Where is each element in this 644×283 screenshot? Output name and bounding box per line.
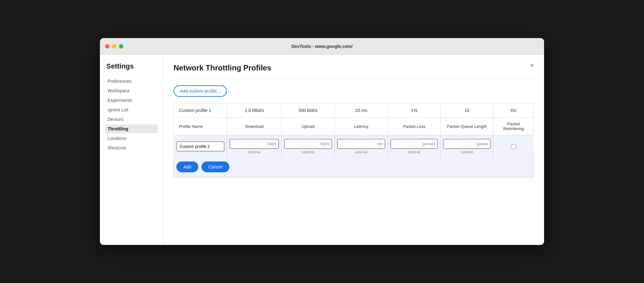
new-profile-input-row: kbit/s optional kbit/s o bbox=[174, 135, 534, 158]
sidebar-item-preferences[interactable]: Preferences bbox=[105, 77, 158, 86]
new-profile-packet-loss-cell: percent optional bbox=[388, 135, 440, 158]
close-traffic-light[interactable] bbox=[105, 44, 109, 49]
profile-upload-cell: 500 kbit/s bbox=[282, 103, 335, 118]
window-content: Settings Preferences Workspace Experimen… bbox=[100, 55, 544, 245]
actions-container: Add Cancel bbox=[176, 161, 531, 172]
profile-packet-reorder-cell: On bbox=[493, 103, 534, 118]
profiles-table: Custom profile 1 1.0 Mbit/s 500 kbit/s 1… bbox=[174, 103, 534, 178]
table-header-row: Profile Name Download Upload Latency Pac… bbox=[174, 118, 534, 135]
packet-loss-input[interactable] bbox=[391, 139, 438, 149]
sidebar-item-shortcuts[interactable]: Shortcuts bbox=[105, 143, 158, 152]
new-profile-upload-cell: kbit/s optional bbox=[282, 135, 335, 158]
download-field-group: kbit/s optional bbox=[230, 139, 279, 154]
main-content: × Network Throttling Profiles Add custom… bbox=[163, 55, 544, 245]
latency-input-wrap: ms bbox=[337, 139, 385, 149]
new-profile-latency-cell: ms optional bbox=[334, 135, 388, 158]
header-latency: Latency bbox=[334, 118, 388, 135]
devtools-window: DevTools - www.google.com/ Settings Pref… bbox=[100, 38, 544, 245]
packet-queue-field-group: packet optional bbox=[443, 139, 490, 154]
profile-name-cell: Custom profile 1 bbox=[174, 103, 227, 118]
upload-hint: optional bbox=[302, 150, 314, 154]
header-download: Download bbox=[227, 118, 282, 135]
sidebar-item-throttling[interactable]: Throttling bbox=[105, 124, 158, 133]
new-profile-download-cell: kbit/s optional bbox=[227, 135, 282, 158]
window-title: DevTools - www.google.com/ bbox=[292, 44, 353, 49]
new-profile-name-cell bbox=[174, 135, 227, 158]
packet-reorder-checkbox-wrap bbox=[496, 144, 531, 149]
download-input[interactable] bbox=[230, 139, 279, 149]
packet-loss-field-group: percent optional bbox=[391, 139, 438, 154]
sidebar-item-devices[interactable]: Devices bbox=[105, 115, 158, 124]
header-profile-name: Profile Name bbox=[174, 118, 227, 135]
latency-field-group: ms optional bbox=[337, 139, 385, 154]
add-custom-profile-button[interactable]: Add custom profile... bbox=[174, 85, 227, 97]
actions-cell: Add Cancel bbox=[174, 158, 534, 178]
packet-queue-input-wrap: packet bbox=[443, 139, 490, 149]
maximize-traffic-light[interactable] bbox=[119, 44, 123, 49]
existing-profile-row: Custom profile 1 1.0 Mbit/s 500 kbit/s 1… bbox=[174, 103, 534, 118]
header-packet-reorder: Packet Reordering bbox=[493, 118, 534, 135]
sidebar-title: Settings bbox=[105, 62, 158, 70]
profile-latency-cell: 10 ms bbox=[334, 103, 388, 118]
traffic-lights bbox=[105, 44, 123, 49]
sidebar: Settings Preferences Workspace Experimen… bbox=[100, 55, 163, 245]
titlebar: DevTools - www.google.com/ bbox=[100, 38, 544, 55]
upload-input[interactable] bbox=[284, 139, 332, 149]
minimize-traffic-light[interactable] bbox=[112, 44, 116, 49]
latency-input[interactable] bbox=[337, 139, 385, 149]
sidebar-item-experiments[interactable]: Experiments bbox=[105, 96, 158, 105]
sidebar-item-ignore-list[interactable]: Ignore List bbox=[105, 105, 158, 114]
header-upload: Upload bbox=[282, 118, 335, 135]
sidebar-item-workspace[interactable]: Workspace bbox=[105, 86, 158, 95]
latency-hint: optional bbox=[355, 150, 367, 154]
header-packet-loss: Packet Loss bbox=[388, 118, 440, 135]
actions-row: Add Cancel bbox=[174, 158, 534, 178]
sidebar-item-locations[interactable]: Locations bbox=[105, 134, 158, 143]
divider bbox=[174, 79, 534, 79]
header-packet-queue: Packet Queue Length bbox=[441, 118, 493, 135]
packet-loss-input-wrap: percent bbox=[391, 139, 438, 149]
download-input-wrap: kbit/s bbox=[230, 139, 279, 149]
packet-queue-input[interactable] bbox=[443, 139, 490, 149]
upload-input-wrap: kbit/s bbox=[284, 139, 332, 149]
profile-download-cell: 1.0 Mbit/s bbox=[227, 103, 282, 118]
add-button[interactable]: Add bbox=[176, 161, 198, 172]
profile-name-input[interactable] bbox=[176, 142, 225, 151]
close-button[interactable]: × bbox=[528, 61, 536, 70]
packet-loss-hint: optional bbox=[408, 150, 420, 154]
page-title: Network Throttling Profiles bbox=[174, 63, 534, 72]
packet-queue-hint: optional bbox=[461, 150, 473, 154]
new-profile-packet-queue-cell: packet optional bbox=[441, 135, 493, 158]
cancel-button[interactable]: Cancel bbox=[201, 161, 229, 172]
packet-reorder-checkbox[interactable] bbox=[511, 144, 516, 149]
profile-packet-loss-cell: 1% bbox=[388, 103, 440, 118]
download-hint: optional bbox=[248, 150, 261, 154]
upload-field-group: kbit/s optional bbox=[284, 139, 332, 154]
profile-packet-queue-cell: 10 bbox=[441, 103, 493, 118]
new-profile-reorder-cell bbox=[493, 135, 534, 158]
